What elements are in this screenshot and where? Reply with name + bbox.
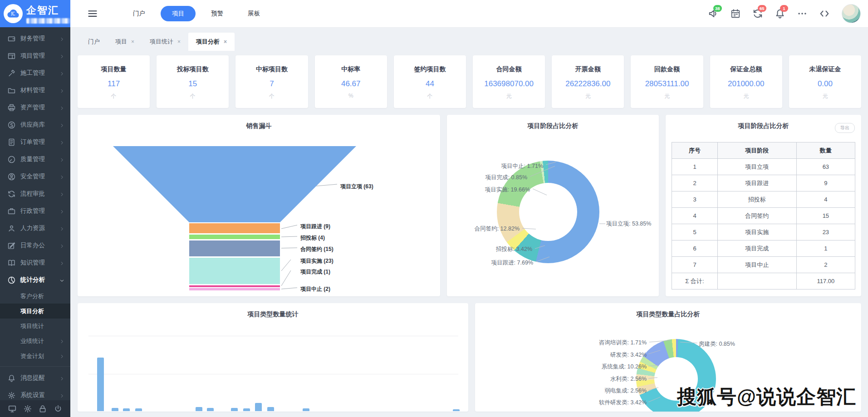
sidebar-item-系统设置[interactable]: 系统设置 (0, 387, 70, 400)
table-cell: 63 (796, 159, 855, 175)
stat-card-签约项目数: 签约项目数44个 (394, 55, 466, 108)
type-donut-title: 项目类型数量占比分析 (475, 310, 861, 319)
stat-card-unit: 元 (789, 93, 861, 100)
finance-icon (8, 35, 15, 43)
stat-card-title: 项目数量 (78, 65, 150, 74)
table-cell: 9 (796, 175, 855, 191)
more-options-icon[interactable] (797, 9, 807, 19)
supplier-icon (8, 121, 15, 129)
topbar-actions: 38 65 1 (708, 4, 861, 23)
stat-card-unit: 个 (235, 93, 308, 100)
export-button[interactable]: 导出 (835, 123, 855, 133)
user-avatar[interactable] (842, 4, 861, 23)
table-row: 1项目立项63 (672, 159, 855, 175)
sidebar-item-供应商库[interactable]: 供应商库 (0, 116, 70, 133)
sidebar-item-知识管理[interactable]: 知识管理 (0, 254, 70, 271)
sidebar-item-统计分析[interactable]: 统计分析 (0, 271, 70, 289)
table-cell: 1 (796, 240, 855, 257)
stat-card-unit: 元 (710, 93, 782, 100)
watermark: 搜狐号@说说企智汇 (677, 384, 856, 410)
stat-card-value: 117 (78, 79, 150, 88)
sidebar-item-label: 人力资源 (20, 224, 45, 232)
tab-close-icon[interactable]: × (224, 39, 227, 45)
type-bar-title: 项目类型数量统计 (78, 310, 468, 319)
asset-icon (8, 104, 15, 112)
sidebar-item-质量管理[interactable]: 质量管理 (0, 151, 70, 168)
sidebar-item-材料管理[interactable]: 材料管理 (0, 82, 70, 99)
calendar-icon[interactable] (731, 9, 740, 19)
sidebar-item-行政管理[interactable]: 行政管理 (0, 202, 70, 220)
sidebar-item-项目管理[interactable]: 项目管理 (0, 47, 70, 64)
donut-slice-label: 水利类: 2.56% (583, 375, 647, 383)
funnel-panel: 销售漏斗 项目立项 (63)项目跟进 (9)招投标 (4)合同签约 (15)项目… (78, 115, 440, 296)
sidebar-item-订单管理[interactable]: 订单管理 (0, 133, 70, 151)
nav-item-项目[interactable]: 项目 (161, 6, 196, 21)
project-icon (8, 52, 15, 60)
table-cell (718, 273, 797, 289)
tab-项目分析[interactable]: 项目分析× (188, 33, 235, 51)
sidebar-item-label: 流程审批 (20, 190, 45, 198)
table-row: 5项目实施23 (672, 224, 855, 240)
stat-card-保证金总额: 保证金总额201000.00元 (710, 55, 782, 108)
tab-label: 门户 (88, 38, 100, 46)
tab-项目[interactable]: 项目× (108, 33, 142, 51)
sidebar-item-项目统计[interactable]: 项目统计 (0, 319, 70, 334)
announcement-icon[interactable]: 38 (708, 9, 718, 19)
brand-logo[interactable]: 汇 企智汇 (0, 0, 70, 27)
sidebar-item-安全管理[interactable]: 安全管理 (0, 168, 70, 185)
tab-门户[interactable]: 门户 (80, 33, 108, 51)
stat-card-value: 28053111.00 (631, 79, 703, 88)
knowledge-icon (8, 259, 15, 267)
table-cell: 5 (672, 224, 718, 240)
table-cell: 117.00 (796, 273, 855, 289)
sidebar-item-施工管理[interactable]: 施工管理 (0, 64, 70, 82)
office-icon (8, 242, 15, 250)
sidebar-item-项目分析[interactable]: 项目分析 (0, 304, 70, 319)
stage-donut-title: 项目阶段占比分析 (447, 122, 659, 130)
donut-slice-label: 房建类: 0.85% (699, 340, 758, 348)
sidebar-item-资产管理[interactable]: 资产管理 (0, 99, 70, 116)
donut-slice-label: 项目中止: 1.71% (483, 162, 543, 170)
table-header: 序号 (672, 142, 718, 159)
bar-chart-bar (135, 408, 142, 411)
sync-icon[interactable]: 65 (753, 9, 763, 19)
code-brackets-icon[interactable] (819, 9, 829, 19)
quality-icon (8, 156, 15, 163)
donut-slice-label: 项目实施: 19.66% (463, 186, 530, 194)
funnel-stage-label: 项目实施 (23) (300, 257, 333, 265)
table-cell: 1 (672, 159, 718, 175)
sidebar-item-label: 资金计划 (20, 352, 44, 360)
gear-icon[interactable] (24, 405, 32, 413)
tab-close-icon[interactable]: × (177, 39, 181, 45)
bell-icon[interactable]: 1 (775, 9, 785, 19)
power-icon[interactable] (54, 405, 62, 413)
monitor-icon[interactable] (8, 405, 16, 413)
chevron-right-icon (59, 54, 64, 59)
sidebar-item-财务管理[interactable]: 财务管理 (0, 30, 70, 47)
chevron-right-icon (59, 123, 64, 128)
sidebar-item-资金计划[interactable]: 资金计划 (0, 348, 70, 363)
sidebar-item-客户分析[interactable]: 客户分析 (0, 289, 70, 304)
nav-item-预警[interactable]: 预警 (202, 6, 232, 21)
sidebar-item-label: 财务管理 (20, 34, 45, 43)
tab-项目统计[interactable]: 项目统计× (142, 33, 188, 51)
stat-cards-row: 项目数量117个投标项目数15个中标项目数7个中标率46.67%签约项目数44个… (78, 55, 861, 108)
sidebar-item-label: 日常办公 (20, 241, 45, 250)
hamburger-menu-icon[interactable] (88, 9, 98, 19)
donut-slice-label: 项目立项: 53.85% (606, 220, 659, 228)
sidebar-item-流程审批[interactable]: 流程审批 (0, 185, 70, 202)
sidebar-item-消息提醒[interactable]: 消息提醒 (0, 369, 70, 387)
sidebar-item-label: 安全管理 (20, 172, 45, 181)
nav-item-门户[interactable]: 门户 (124, 6, 154, 21)
sidebar-item-日常办公[interactable]: 日常办公 (0, 237, 70, 254)
stat-card-title: 投标项目数 (157, 65, 229, 74)
chevron-right-icon (59, 339, 64, 343)
sidebar-item-人力资源[interactable]: 人力资源 (0, 220, 70, 237)
sidebar-item-label: 质量管理 (20, 155, 45, 163)
tab-close-icon[interactable]: × (131, 39, 134, 45)
sidebar-item-业绩统计[interactable]: 业绩统计 (0, 334, 70, 348)
stat-card-unit: % (315, 93, 387, 99)
lock-icon[interactable] (39, 405, 47, 413)
nav-item-展板[interactable]: 展板 (239, 6, 269, 21)
sidebar-item-label: 材料管理 (20, 86, 45, 94)
